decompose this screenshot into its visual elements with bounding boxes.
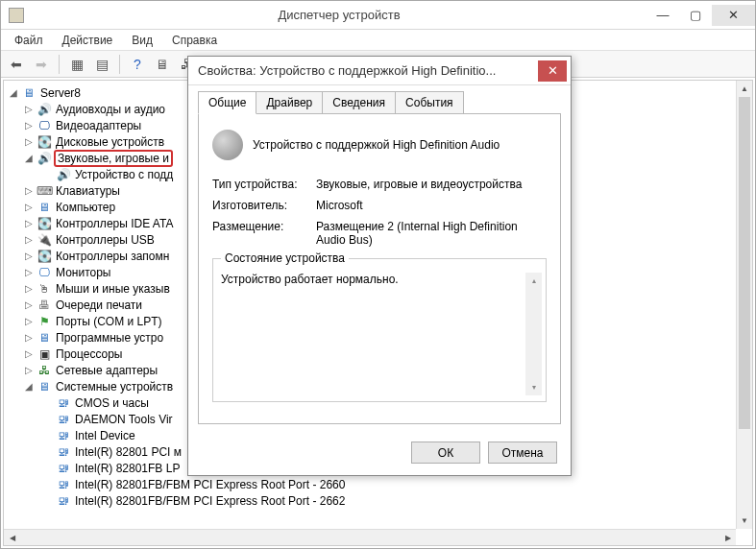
system-icon: 🖥 <box>37 379 52 394</box>
chip-icon: 🖳 <box>56 395 71 411</box>
expander-icon[interactable]: ▷ <box>23 251 35 261</box>
display-icon: 🖵 <box>37 118 52 133</box>
expander-icon[interactable]: ▷ <box>23 185 35 196</box>
scroll-down-icon[interactable]: ▾ <box>525 379 542 395</box>
expander-icon[interactable]: ▷ <box>23 316 35 326</box>
chip-icon: 🖳 <box>56 493 71 509</box>
network-icon: 🖧 <box>37 363 52 378</box>
mouse-icon: 🖱 <box>37 281 52 297</box>
app-icon <box>9 8 24 23</box>
view-list-button[interactable]: ▤ <box>90 53 113 76</box>
expander-icon[interactable]: ▷ <box>23 348 35 359</box>
disk-icon: 💽 <box>37 134 52 150</box>
keyboard-icon: ⌨ <box>37 183 52 199</box>
location-value: Размещение 2 (Internal High Definition A… <box>316 220 547 247</box>
tree-node-label: Компьютер <box>54 201 117 214</box>
vertical-scrollbar[interactable]: ▲ ▼ <box>736 81 752 529</box>
tree-node-label: Server8 <box>38 86 83 100</box>
monitor-icon: 🖵 <box>37 265 52 280</box>
chip-icon: 🖳 <box>56 444 71 460</box>
dialog-close-button[interactable]: ✕ <box>538 60 567 82</box>
expander-icon[interactable]: ▷ <box>23 332 35 343</box>
computer-icon: 🖥 <box>37 200 52 215</box>
menu-help[interactable]: Справка <box>164 32 225 49</box>
tree-node[interactable]: 🖳Intel(R) 82801FB/FBM PCI Express Root P… <box>4 492 752 509</box>
scroll-right-button[interactable]: ▶ <box>719 530 736 546</box>
expander-icon[interactable]: ▷ <box>23 202 35 212</box>
chip-icon: 🖳 <box>56 461 71 476</box>
scroll-thumb[interactable] <box>739 97 750 429</box>
menu-file[interactable]: Файл <box>7 32 51 49</box>
expander-icon[interactable]: ◢ <box>23 381 35 392</box>
tree-node-label: Клавиатуры <box>54 184 122 198</box>
menu-action[interactable]: Действие <box>55 32 121 49</box>
titlebar: Диспетчер устройств — ▢ ✕ <box>1 1 755 30</box>
menubar: Файл Действие Вид Справка <box>1 30 755 51</box>
tab-events[interactable]: События <box>395 91 464 113</box>
menu-view[interactable]: Вид <box>124 32 160 49</box>
scroll-up-icon[interactable]: ▴ <box>525 273 542 289</box>
tree-node[interactable]: 🖳Intel(R) 82801FB/FBM PCI Express Root P… <box>4 476 752 492</box>
expander-icon[interactable]: ◢ <box>8 87 19 98</box>
forward-button[interactable]: ➡ <box>30 53 53 76</box>
expander-icon[interactable]: ▷ <box>23 234 35 245</box>
help-icon: ? <box>134 57 141 72</box>
expander-icon[interactable]: ▷ <box>23 218 35 228</box>
tree-node-label: Intel(R) 82801 PCI м <box>73 445 183 459</box>
computer-icon: 🖥 <box>21 85 37 101</box>
tree-node-label: Звуковые, игровые и <box>54 150 173 167</box>
usb-icon: 🔌 <box>37 232 52 248</box>
status-scrollbar[interactable]: ▴ ▾ <box>525 273 542 395</box>
tree-node-label: Intel(R) 82801FB/FBM PCI Express Root Po… <box>73 478 347 491</box>
scroll-down-button[interactable]: ▼ <box>737 513 752 529</box>
grid-icon: ▦ <box>71 57 84 72</box>
scroll-up-button[interactable]: ▲ <box>737 81 752 97</box>
refresh-button[interactable]: 🖥 <box>151 53 174 76</box>
tree-node-label: Устройство с подд <box>73 168 175 181</box>
back-button[interactable]: ⬅ <box>5 53 28 76</box>
scroll-left-button[interactable]: ◀ <box>4 530 20 546</box>
speaker-icon <box>212 130 243 160</box>
tree-node-label: CMOS и часы <box>73 396 151 410</box>
tabstrip: Общие Драйвер Сведения События <box>188 85 571 113</box>
horizontal-scrollbar[interactable]: ◀ ▶ <box>4 529 736 545</box>
expander-icon[interactable]: ▷ <box>23 299 35 310</box>
maximize-button[interactable]: ▢ <box>679 5 712 26</box>
chip-icon: 🖳 <box>56 428 71 443</box>
expander-icon[interactable]: ▷ <box>23 365 35 375</box>
tree-node-label: Мыши и иные указыв <box>54 282 172 296</box>
expander-icon[interactable]: ▷ <box>23 283 35 294</box>
tree-node-label: Процессоры <box>54 347 125 361</box>
tab-general[interactable]: Общие <box>198 91 256 114</box>
expander-icon[interactable]: ▷ <box>23 136 35 147</box>
tree-node-label: Видеоадаптеры <box>54 119 143 132</box>
minimize-button[interactable]: — <box>646 5 679 26</box>
tab-driver[interactable]: Драйвер <box>256 91 323 113</box>
dialog-titlebar: Свойства: Устройство с поддержкой High D… <box>188 57 571 85</box>
expander-icon[interactable]: ▷ <box>23 104 35 114</box>
chip-icon: 🖳 <box>56 412 71 427</box>
separator <box>119 55 120 74</box>
tree-node-label: Дисковые устройств <box>54 135 166 149</box>
manufacturer-value: Microsoft <box>316 199 547 212</box>
window-title: Диспетчер устройств <box>32 8 646 22</box>
expander-icon[interactable]: ▷ <box>23 120 35 131</box>
view-small-button[interactable]: ▦ <box>65 53 88 76</box>
manufacturer-label: Изготовитель: <box>212 199 316 212</box>
expander-icon[interactable]: ◢ <box>23 153 35 163</box>
expander-icon[interactable]: ▷ <box>23 267 35 277</box>
cancel-button[interactable]: Отмена <box>488 442 557 464</box>
audio-icon: 🔊 <box>37 151 52 166</box>
cpu-icon: ▣ <box>37 346 52 362</box>
close-button[interactable]: ✕ <box>712 5 755 26</box>
device-status-group: Состояние устройства Устройство работает… <box>212 258 547 402</box>
scroll-track[interactable] <box>737 97 752 513</box>
tab-details[interactable]: Сведения <box>322 91 396 113</box>
ok-button[interactable]: ОК <box>411 442 480 464</box>
tree-node-label: Порты (COM и LPT) <box>54 315 164 328</box>
status-text: Устройство работает нормально. <box>215 269 544 392</box>
list-icon: ▤ <box>96 57 109 72</box>
property-row: Размещение: Размещение 2 (Internal High … <box>212 220 547 247</box>
help-button[interactable]: ? <box>126 53 149 76</box>
tree-node-label: Intel Device <box>73 429 137 442</box>
